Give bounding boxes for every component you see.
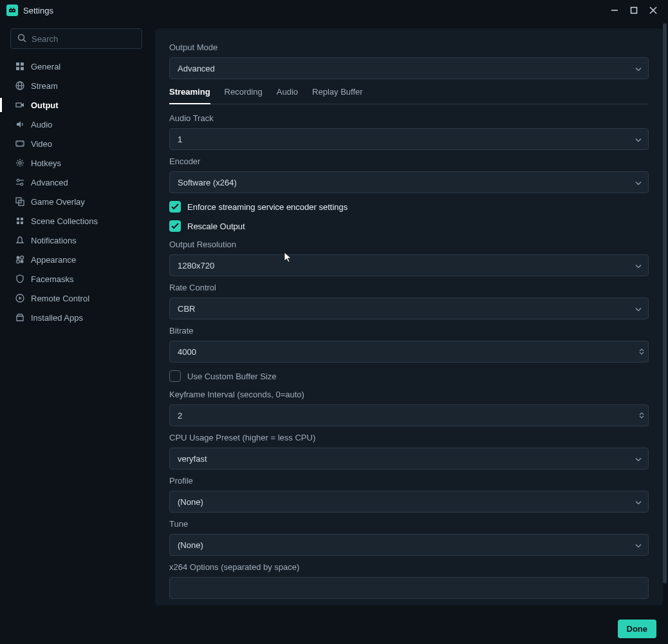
- keyframe-interval-label: Keyframe Interval (seconds, 0=auto): [169, 390, 649, 399]
- svg-point-22: [22, 142, 23, 142]
- play-circle-icon: [14, 292, 26, 304]
- rescale-output-row[interactable]: Rescale Output: [169, 220, 649, 232]
- footer: Done: [0, 613, 668, 644]
- x264-options-field[interactable]: [178, 583, 640, 593]
- x264-options-label: x264 Options (separated by space): [169, 562, 649, 572]
- search-input[interactable]: [32, 34, 135, 44]
- spinner-controls[interactable]: [639, 348, 644, 355]
- enforce-settings-checkbox[interactable]: [169, 201, 181, 213]
- sidebar-item-appearance[interactable]: Appearance: [10, 250, 142, 269]
- tab-audio[interactable]: Audio: [277, 87, 298, 104]
- sidebar-item-hotkeys[interactable]: Hotkeys: [10, 153, 142, 173]
- search-box[interactable]: [10, 28, 142, 49]
- tab-streaming[interactable]: Streaming: [169, 87, 210, 104]
- svg-rect-18: [16, 103, 21, 107]
- enforce-settings-row[interactable]: Enforce streaming service encoder settin…: [169, 201, 649, 213]
- output-resolution-select[interactable]: 1280x720: [169, 254, 649, 276]
- sidebar-item-label: Installed Apps: [31, 313, 83, 323]
- svg-rect-0: [9, 9, 15, 12]
- spinner-controls[interactable]: [639, 412, 644, 419]
- svg-rect-31: [17, 218, 19, 220]
- tune-value: (None): [178, 540, 203, 550]
- svg-point-1: [10, 10, 12, 12]
- collections-icon: [14, 215, 26, 227]
- sidebar-item-notifications[interactable]: Notifications: [10, 231, 142, 250]
- rescale-output-checkbox[interactable]: [169, 220, 181, 232]
- video-icon: [14, 138, 26, 149]
- svg-line-10: [24, 39, 26, 42]
- svg-point-2: [13, 10, 14, 12]
- content-panel: Output Mode Advanced Streaming Recording…: [155, 28, 663, 605]
- bitrate-input[interactable]: 4000: [169, 341, 649, 363]
- sidebar-item-facemasks[interactable]: Facemasks: [10, 269, 142, 289]
- tab-replay-buffer[interactable]: Replay Buffer: [312, 87, 363, 104]
- sidebar-item-video[interactable]: Video: [10, 134, 142, 153]
- chevron-down-icon: [635, 540, 642, 550]
- appearance-icon: [14, 254, 26, 265]
- sidebar-item-installed-apps[interactable]: Installed Apps: [10, 308, 142, 327]
- scrollbar-thumb[interactable]: [663, 23, 667, 583]
- svg-point-23: [22, 144, 23, 145]
- encoder-label: Encoder: [169, 156, 649, 166]
- encoder-select[interactable]: Software (x264): [169, 171, 649, 193]
- encoder-value: Software (x264): [178, 178, 237, 187]
- svg-point-25: [17, 179, 19, 182]
- cpu-preset-label: CPU Usage Preset (higher = less CPU): [169, 433, 649, 442]
- output-tabs: Streaming Recording Audio Replay Buffer: [169, 87, 649, 104]
- sidebar-item-output[interactable]: Output: [10, 95, 142, 115]
- bitrate-value: 4000: [178, 347, 196, 357]
- rate-control-select[interactable]: CBR: [169, 298, 649, 319]
- enforce-settings-label: Enforce streaming service encoder settin…: [187, 202, 348, 212]
- chevron-down-icon: [639, 415, 644, 419]
- output-mode-select[interactable]: Advanced: [169, 57, 649, 79]
- sidebar-item-label: Video: [31, 139, 52, 149]
- sidebar-item-label: Appearance: [31, 255, 76, 265]
- minimize-button[interactable]: [605, 1, 624, 19]
- custom-buffer-checkbox[interactable]: [169, 370, 181, 382]
- profile-label: Profile: [169, 476, 649, 486]
- sidebar-item-label: Audio: [31, 120, 52, 129]
- scrollbar-track[interactable]: [663, 23, 667, 609]
- cpu-preset-value: veryfast: [178, 454, 207, 464]
- close-button[interactable]: [644, 1, 663, 19]
- sidebar-item-remote-control[interactable]: Remote Control: [10, 289, 142, 308]
- gear-icon: [14, 157, 26, 169]
- tune-select[interactable]: (None): [169, 534, 649, 556]
- sidebar-item-audio[interactable]: Audio: [10, 115, 142, 134]
- audio-track-select[interactable]: 1: [169, 128, 649, 150]
- audio-icon: [14, 118, 26, 130]
- sidebar-item-label: General: [31, 62, 60, 71]
- sidebar-item-game-overlay[interactable]: Game Overlay: [10, 192, 142, 211]
- overlay-icon: [14, 196, 26, 207]
- sidebar-item-scene-collections[interactable]: Scene Collections: [10, 211, 142, 231]
- svg-rect-6: [631, 8, 637, 14]
- globe-icon: [14, 80, 26, 91]
- keyframe-interval-input[interactable]: 2: [169, 404, 649, 426]
- sidebar-item-advanced[interactable]: Advanced: [10, 173, 142, 192]
- svg-rect-19: [16, 141, 24, 146]
- output-resolution-value: 1280x720: [178, 261, 214, 270]
- output-mode-value: Advanced: [178, 64, 215, 73]
- sliders-icon: [14, 176, 26, 188]
- sidebar-item-label: Hotkeys: [31, 158, 61, 168]
- svg-point-20: [17, 142, 17, 142]
- sidebar-item-label: Notifications: [31, 236, 77, 245]
- tab-recording[interactable]: Recording: [225, 87, 263, 104]
- maximize-button[interactable]: [624, 1, 644, 19]
- svg-point-21: [17, 144, 17, 145]
- svg-rect-14: [21, 67, 24, 70]
- svg-rect-13: [16, 67, 19, 70]
- chevron-down-icon: [635, 64, 642, 73]
- rescale-output-label: Rescale Output: [187, 222, 245, 231]
- done-button[interactable]: Done: [618, 620, 657, 638]
- svg-point-36: [21, 256, 24, 260]
- chevron-down-icon: [639, 352, 644, 355]
- sidebar-item-general[interactable]: General: [10, 57, 142, 76]
- x264-options-input[interactable]: [169, 577, 649, 599]
- sidebar-item-label: Output: [31, 100, 59, 110]
- custom-buffer-row[interactable]: Use Custom Buffer Size: [169, 370, 649, 382]
- cpu-preset-select[interactable]: veryfast: [169, 448, 649, 469]
- svg-rect-34: [21, 222, 23, 224]
- profile-select[interactable]: (None): [169, 491, 649, 513]
- sidebar-item-stream[interactable]: Stream: [10, 76, 142, 95]
